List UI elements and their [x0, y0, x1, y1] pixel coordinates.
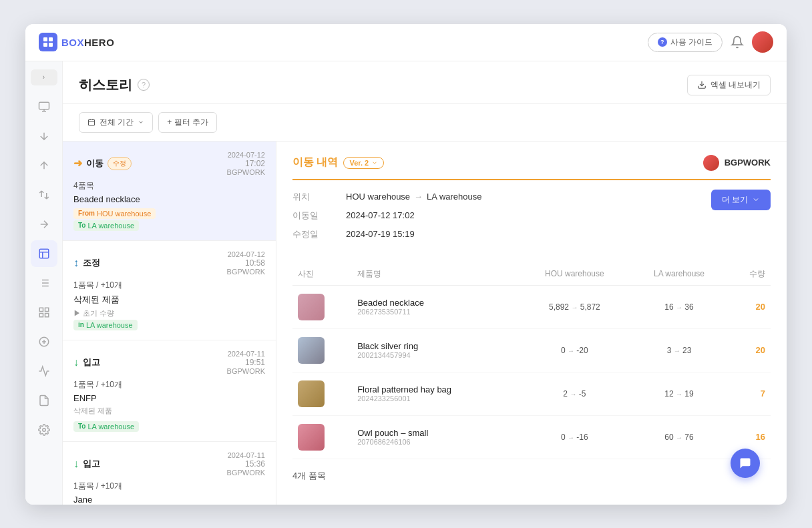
- sidebar-collapse-button[interactable]: ›: [31, 69, 57, 85]
- history-product-count: 1품목 / +10개: [73, 481, 265, 492]
- svg-rect-2: [43, 43, 47, 47]
- help-icon[interactable]: ?: [138, 79, 150, 91]
- main-layout: ›: [25, 61, 787, 505]
- detail-info: 위치 HOU warehouse → LA warehouse 이동일 2024…: [292, 190, 482, 242]
- avatar[interactable]: [752, 31, 773, 53]
- sidebar-item-list[interactable]: [31, 270, 57, 296]
- history-type-label: 이동: [86, 158, 104, 170]
- content-area: 히스토리 ? 엑셀 내보내기 전체 기간: [63, 61, 787, 505]
- history-badge: 수정: [108, 157, 132, 170]
- history-type: ↓ 입고: [73, 458, 100, 470]
- col-hou: HOU warehouse: [519, 263, 630, 286]
- history-item[interactable]: ➜ 이동 수정 2024-07-12 17:02 BGPWORK: [63, 142, 276, 241]
- from-tag: From HOU warehouse: [73, 208, 156, 219]
- sidebar-item-add[interactable]: [31, 328, 57, 355]
- guide-button[interactable]: ? 사용 가이드: [648, 33, 723, 52]
- guide-label: 사용 가이드: [670, 37, 713, 48]
- svg-rect-4: [39, 102, 49, 109]
- excel-export-button[interactable]: 엑셀 내보내기: [687, 75, 771, 95]
- col-product: 제품명: [352, 263, 519, 286]
- history-item-header: ➜ 이동 수정 2024-07-12 17:02 BGPWORK: [73, 151, 265, 176]
- filter-bar: 전체 기간 + 필터 추가: [63, 104, 787, 142]
- sidebar-item-doc[interactable]: [31, 387, 57, 414]
- chat-button[interactable]: [731, 449, 760, 478]
- history-item[interactable]: ↓ 입고 2024-07-11 19:51 BGPWORK 1품목 / +10개: [63, 340, 276, 442]
- table-row: Beaded necklace 2062735350711 5,892 → 5,…: [292, 285, 771, 328]
- svg-rect-1: [49, 37, 53, 41]
- history-meta: 2024-07-12 17:02 BGPWORK: [227, 151, 265, 176]
- in-tag: in LA warehouse: [73, 320, 138, 330]
- topbar-right: ? 사용 가이드: [648, 31, 773, 53]
- sidebar-item-grid[interactable]: [31, 299, 57, 326]
- history-item-header: ↕ 조정 2024-07-12 10:58 BGPWORK: [73, 250, 265, 276]
- svg-rect-17: [45, 308, 48, 311]
- page-title: 히스토리: [79, 76, 132, 94]
- history-type-label: 조정: [83, 257, 100, 269]
- content-header: 히스토리 ? 엑셀 내보내기: [63, 61, 787, 104]
- history-meta: 2024-07-11 15:36 BGPWORK: [227, 451, 265, 477]
- svg-rect-7: [39, 249, 49, 258]
- svg-rect-18: [39, 313, 43, 316]
- history-meta: 2024-07-12 10:58 BGPWORK: [227, 250, 265, 276]
- period-filter-button[interactable]: 전체 기간: [79, 112, 153, 133]
- logo[interactable]: BOXHERO: [39, 33, 114, 51]
- history-list: ➜ 이동 수정 2024-07-12 17:02 BGPWORK: [63, 142, 276, 505]
- history-item-header: ↓ 입고 2024-07-11 19:51 BGPWORK: [73, 350, 265, 375]
- col-qty: 수량: [728, 263, 771, 286]
- excel-btn-label: 엑셀 내보내기: [710, 79, 761, 91]
- workspace-avatar: [703, 155, 719, 171]
- detail-workspace: BGPWORK: [703, 155, 771, 171]
- sidebar-item-settings[interactable]: [31, 417, 57, 443]
- col-photo: 사진: [292, 263, 352, 286]
- history-item[interactable]: ↕ 조정 2024-07-12 10:58 BGPWORK 1품목 / +10개: [63, 241, 276, 340]
- notification-bell-icon[interactable]: [731, 35, 744, 49]
- sidebar-item-history[interactable]: [31, 240, 57, 267]
- logo-icon: [39, 33, 57, 51]
- to-tag: To LA warehouse: [73, 421, 139, 432]
- sidebar-item-upload[interactable]: [31, 152, 57, 179]
- svg-rect-16: [39, 308, 43, 311]
- history-type: ➜ 이동 수정: [73, 157, 132, 170]
- table-row: Floral patterned hay bag 2024233256001 2…: [292, 372, 771, 415]
- adjust-icon: ↕: [73, 257, 79, 269]
- detail-header: 이동 내역 Ver. 2 BGPWORK: [292, 155, 771, 180]
- version-badge[interactable]: Ver. 2: [343, 157, 384, 169]
- more-button[interactable]: 더 보기: [711, 190, 771, 210]
- detail-title: 이동 내역 Ver. 2: [292, 156, 384, 170]
- topbar: BOXHERO ? 사용 가이드: [25, 24, 787, 61]
- sidebar-item-arrow[interactable]: [31, 211, 57, 238]
- history-product-count: 4품목: [73, 180, 265, 192]
- period-filter-label: 전체 기간: [99, 117, 134, 128]
- sidebar-item-transfer[interactable]: [31, 182, 57, 208]
- history-product-count: 1품목 / +10개: [73, 280, 265, 291]
- add-filter-button[interactable]: + 필터 추가: [158, 112, 217, 133]
- add-filter-label: + 필터 추가: [167, 117, 208, 128]
- history-type-label: 입고: [83, 356, 100, 368]
- sidebar-item-chart[interactable]: [31, 358, 57, 384]
- to-tag: To LA warehouse: [73, 220, 139, 231]
- history-type-label: 입고: [83, 458, 100, 470]
- history-product-name: Beaded necklace: [73, 194, 265, 204]
- page-title-row: 히스토리 ?: [79, 76, 150, 94]
- history-product-name: Jane: [73, 495, 265, 505]
- history-product-name: 삭제된 제품: [73, 294, 265, 306]
- svg-rect-19: [45, 313, 48, 316]
- in-icon: ↓: [73, 458, 79, 470]
- history-meta: 2024-07-11 19:51 BGPWORK: [227, 350, 265, 375]
- history-product-count: 1품목 / +10개: [73, 379, 265, 390]
- table-row: Black silver ring 2002134457994 0 → -20 …: [292, 328, 771, 372]
- history-type: ↕ 조정: [73, 257, 100, 269]
- history-item[interactable]: ↓ 입고 2024-07-11 15:36 BGPWORK 1품목 / +10개: [63, 442, 276, 505]
- content-body: ➜ 이동 수정 2024-07-12 17:02 BGPWORK: [63, 142, 787, 505]
- table-row: Owl pouch – small 2070686246106 0 → -16 …: [292, 415, 771, 459]
- sidebar-item-download[interactable]: [31, 123, 57, 150]
- question-icon: ?: [658, 37, 667, 47]
- sidebar-item-box[interactable]: [31, 93, 57, 120]
- detail-panel: 이동 내역 Ver. 2 BGPWORK: [276, 142, 787, 505]
- history-sub: 삭제된 제품: [73, 406, 265, 416]
- detail-table: 사진 제품명 HOU warehouse LA warehouse 수량 B: [292, 263, 771, 459]
- detail-footer: 4개 품목: [292, 470, 771, 482]
- logo-text: BOXHERO: [61, 37, 114, 48]
- move-icon: ➜: [73, 157, 82, 170]
- svg-rect-3: [49, 43, 53, 47]
